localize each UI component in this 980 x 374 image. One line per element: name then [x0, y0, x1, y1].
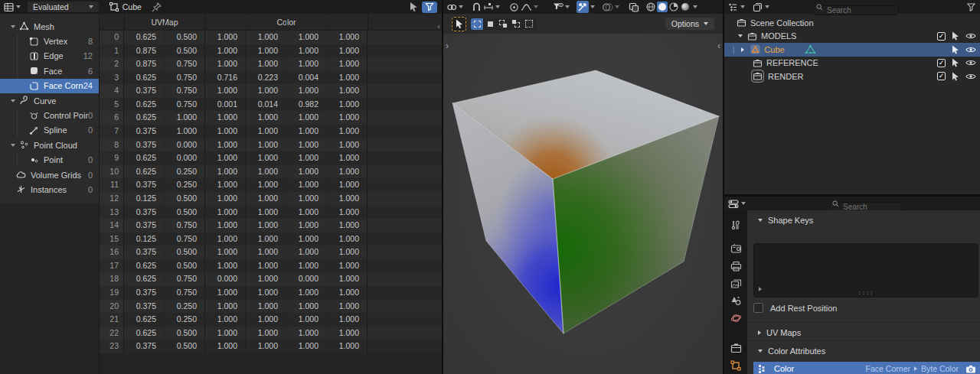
table-row[interactable]: 21 0.625 0.250 1.000 1.000 1.000 1.000 [100, 313, 442, 327]
material-shading-icon[interactable] [668, 2, 679, 12]
table-row[interactable]: 2 0.875 0.750 1.000 1.000 1.000 1.000 [100, 57, 442, 71]
color-attribute-row[interactable]: Color Face Corner Byte Color [753, 362, 980, 374]
tree-item-instances[interactable]: Instances 0 [0, 182, 99, 197]
table-row[interactable]: 23 0.375 0.500 1.000 1.000 1.000 1.000 [100, 340, 442, 353]
selectable-icon[interactable] [951, 45, 960, 54]
exclude-checkbox[interactable]: ✓ [937, 72, 946, 80]
snapping-target-button[interactable] [446, 2, 463, 12]
outliner-row-models[interactable]: MODELS ✓ [724, 30, 980, 44]
datasource-dropdown[interactable]: Evaluated [28, 2, 99, 12]
wireframe-shading-icon[interactable] [645, 2, 656, 12]
table-row[interactable]: 7 0.375 1.000 1.000 1.000 1.000 1.000 [100, 125, 442, 138]
tree-item-spline[interactable]: Spline 0 [0, 123, 99, 138]
tree-item-point-cloud[interactable]: Point Cloud [0, 138, 99, 152]
eye-icon[interactable] [965, 59, 976, 67]
tree-item-control-point[interactable]: Control Point 0 [0, 108, 99, 122]
table-row[interactable]: 20 0.375 0.250 1.000 1.000 1.000 1.000 [100, 300, 442, 314]
tab-collection[interactable] [724, 340, 747, 357]
table-row[interactable]: 16 0.375 0.500 1.000 1.000 1.000 1.000 [100, 246, 442, 259]
table-row[interactable]: 15 0.125 0.750 1.000 1.000 1.000 1.000 [100, 233, 442, 246]
table-row[interactable]: 11 0.375 0.250 1.000 1.000 1.000 1.000 [100, 178, 442, 192]
table-row[interactable]: 22 0.625 0.500 1.000 1.000 1.000 1.000 [100, 327, 442, 340]
editor-type-button[interactable] [724, 0, 749, 14]
table-row[interactable]: 6 0.625 1.000 1.000 1.000 1.000 1.000 [100, 111, 442, 125]
toolbar-expand-chevron[interactable]: › [446, 41, 449, 50]
filter-toggle-button[interactable] [422, 2, 437, 13]
outliner-row-scene-collection[interactable]: Scene Collection [724, 16, 980, 30]
table-row[interactable]: 9 0.625 0.000 1.000 1.000 1.000 1.000 [100, 151, 442, 165]
tab-view-layer[interactable] [724, 275, 747, 292]
select-mode-set[interactable] [471, 18, 484, 30]
chevron-down-icon[interactable] [738, 34, 743, 37]
chevron-right-icon[interactable] [741, 47, 744, 52]
table-row[interactable]: 12 0.125 0.500 1.000 1.000 1.000 1.000 [100, 192, 442, 206]
table-row[interactable]: 8 0.375 0.000 1.000 1.000 1.000 1.000 [100, 138, 442, 152]
outliner-row-cube[interactable]: | Cube [724, 43, 980, 57]
selectable-icon[interactable] [951, 72, 960, 81]
tree-item-face-corner[interactable]: Face Corner 24 [0, 79, 99, 93]
exclude-checkbox[interactable]: ✓ [937, 59, 946, 67]
cube-mesh[interactable] [443, 34, 723, 374]
show-gizmo-button[interactable] [553, 2, 570, 12]
table-row[interactable]: 14 0.375 0.750 1.000 1.000 1.000 1.000 [100, 219, 442, 233]
active-tool-button[interactable] [452, 17, 466, 31]
tree-item-edge[interactable]: Edge 12 [0, 49, 99, 63]
shape-keys-panel-header[interactable]: Shape Keys [747, 213, 980, 227]
table-row[interactable]: 17 0.625 0.500 1.000 1.000 1.000 1.000 [100, 259, 442, 273]
table-row[interactable]: 4 0.375 0.750 1.000 1.000 1.000 1.000 [100, 84, 442, 98]
tree-item-curve[interactable]: Curve [0, 93, 99, 108]
options-button[interactable]: Options [665, 18, 714, 30]
xray-toggle-button[interactable] [629, 2, 639, 12]
select-mode-extend[interactable] [484, 18, 497, 30]
outliner-row-render[interactable]: RENDER ✓ [724, 70, 980, 83]
selectable-icon[interactable] [951, 31, 960, 41]
rendered-shading-icon[interactable] [680, 2, 691, 12]
list-expander[interactable] [759, 281, 762, 294]
table-row[interactable]: 1 0.875 0.500 1.000 1.000 1.000 1.000 [100, 44, 442, 58]
tree-item-vertex[interactable]: Vertex 8 [0, 34, 99, 48]
shape-keys-list[interactable]: :::: [753, 243, 978, 298]
tree-item-face[interactable]: Face 6 [0, 63, 99, 78]
tab-world[interactable] [724, 310, 747, 327]
eye-icon[interactable] [965, 73, 976, 80]
table-row[interactable]: 18 0.625 0.750 0.000 1.000 0.000 1.000 [100, 272, 442, 286]
tab-object[interactable] [724, 356, 747, 374]
table-row[interactable]: 13 0.375 0.500 1.000 1.000 1.000 1.000 [100, 206, 442, 220]
display-mode-button[interactable] [749, 0, 773, 14]
outliner-search[interactable] [813, 2, 899, 12]
snap-toggle-button[interactable] [472, 2, 500, 12]
table-row[interactable]: 0 0.625 0.500 1.000 1.000 1.000 1.000 [100, 31, 442, 44]
tree-item-mesh[interactable]: Mesh [0, 19, 99, 34]
editor-type-button[interactable] [0, 0, 24, 14]
select-mode-invert[interactable] [510, 18, 523, 30]
proportional-editing-button[interactable] [509, 2, 538, 12]
overlays-toggle-button[interactable] [602, 2, 619, 12]
table-row[interactable]: 5 0.625 0.750 0.001 0.014 0.982 1.000 [100, 98, 442, 112]
list-resize-grip[interactable]: :::: [858, 290, 874, 296]
pin-icon[interactable] [152, 2, 162, 12]
drag-grip[interactable]: | [733, 46, 734, 54]
tab-tool[interactable] [724, 216, 747, 234]
sidebar-expand-chevron[interactable]: ‹ [717, 41, 720, 50]
tab-render[interactable] [724, 240, 747, 258]
render-camera-icon[interactable] [965, 365, 976, 373]
color-attributes-panel-header[interactable]: Color Attributes [747, 343, 980, 358]
selectable-icon[interactable] [951, 58, 960, 67]
exclude-checkbox[interactable]: ✓ [937, 32, 946, 41]
add-rest-position-checkbox[interactable] [753, 303, 763, 313]
select-mode-subtract[interactable] [497, 18, 510, 30]
eye-icon[interactable] [965, 46, 976, 54]
tab-output[interactable] [724, 258, 747, 275]
viewport-canvas[interactable]: › ‹ [443, 34, 723, 374]
select-mode-intersect[interactable] [523, 18, 536, 30]
uv-maps-panel-header[interactable]: UV Maps [747, 325, 980, 340]
filter-funnel-icon[interactable] [966, 2, 976, 12]
region-collapse-chevron[interactable]: ‹ [437, 21, 440, 31]
table-row[interactable]: 3 0.625 0.750 0.716 0.223 0.004 1.000 [100, 71, 442, 85]
tree-item-volume-grids[interactable]: Volume Grids 0 [0, 167, 99, 182]
tab-scene[interactable] [724, 292, 747, 310]
outliner-row-reference[interactable]: REFERENCE ✓ [724, 57, 980, 70]
table-row[interactable]: 10 0.625 0.250 1.000 1.000 1.000 1.000 [100, 165, 442, 179]
tree-item-point[interactable]: Point 0 [0, 153, 99, 167]
editor-type-button[interactable] [724, 197, 750, 210]
